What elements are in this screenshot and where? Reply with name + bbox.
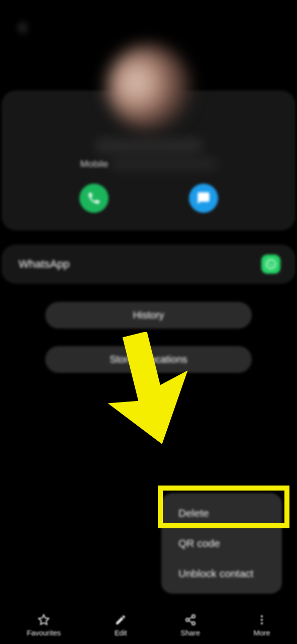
more-menu-popup: Delete QR code Unblock contact <box>161 493 282 594</box>
history-button[interactable]: History <box>45 302 252 329</box>
svg-point-0 <box>266 260 275 269</box>
whatsapp-label: WhatsApp <box>19 258 70 271</box>
bottom-action-bar: Favourites Edit Share More <box>0 606 297 644</box>
menu-item-qr-code[interactable]: QR code <box>161 528 282 558</box>
svg-point-2 <box>186 618 189 621</box>
annotation-arrow-icon <box>106 332 196 445</box>
edit-button[interactable]: Edit <box>115 614 127 637</box>
back-button[interactable] <box>15 20 30 35</box>
menu-item-delete[interactable]: Delete <box>161 498 282 528</box>
menu-item-unblock[interactable]: Unblock contact <box>161 558 282 589</box>
more-button[interactable]: More <box>254 614 270 637</box>
contact-avatar[interactable] <box>107 45 190 128</box>
phone-type-label: Mobile <box>80 158 109 170</box>
phone-icon <box>87 191 101 205</box>
favourites-button[interactable]: Favourites <box>27 614 61 637</box>
pencil-icon <box>115 614 127 626</box>
more-vertical-icon <box>256 614 268 626</box>
whatsapp-icon <box>261 255 280 274</box>
svg-point-6 <box>261 615 263 617</box>
svg-point-1 <box>192 615 195 618</box>
phone-row: Mobile <box>2 157 295 171</box>
share-icon <box>184 614 196 626</box>
whatsapp-row[interactable]: WhatsApp <box>2 245 295 284</box>
svg-point-8 <box>261 622 263 624</box>
message-icon <box>196 191 211 205</box>
contact-name <box>96 138 202 153</box>
phone-number <box>111 157 217 171</box>
svg-point-3 <box>192 622 195 625</box>
history-label: History <box>133 309 164 321</box>
svg-line-4 <box>188 620 192 622</box>
star-icon <box>38 614 50 626</box>
svg-point-7 <box>261 619 263 621</box>
share-button[interactable]: Share <box>180 614 200 637</box>
call-button[interactable] <box>79 184 109 213</box>
svg-line-5 <box>188 617 192 619</box>
message-button[interactable] <box>189 184 218 213</box>
